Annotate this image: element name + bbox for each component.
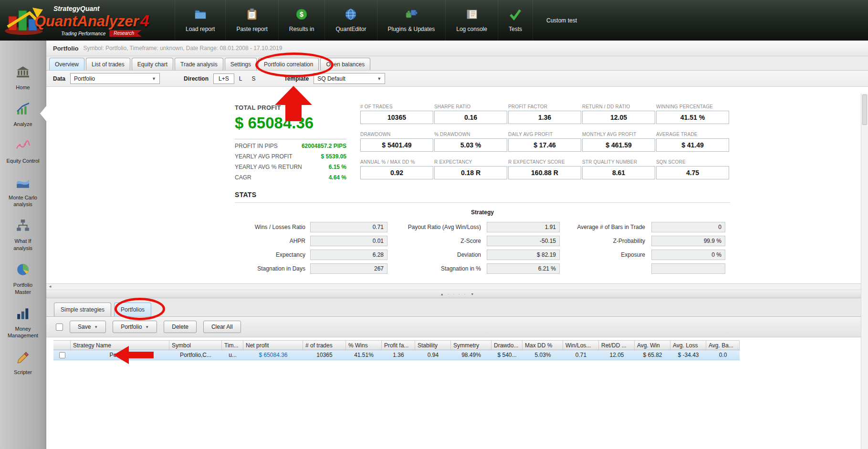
- direction-toggle: L+S L S: [213, 73, 260, 84]
- column-header-symmetry[interactable]: Symmetry: [451, 341, 492, 350]
- sidebar-item-home[interactable]: Home: [0, 60, 46, 96]
- tab-overview[interactable]: Overview: [49, 58, 84, 70]
- vertical-scrollbar[interactable]: [861, 94, 868, 449]
- column-header-avg-loss[interactable]: Avg. Loss: [670, 341, 706, 350]
- tab-portfolio-correlation[interactable]: Portfolio correlation: [258, 58, 319, 70]
- stat-box-sharpe-ratio: SHARPE RATIO0.16: [434, 104, 507, 124]
- strategies-panel: Simple strategies Portfolios Save ▼ Port…: [46, 298, 868, 449]
- stat-value: 0.92: [360, 166, 433, 179]
- quanteditor-button[interactable]: QuantEditor: [325, 0, 377, 41]
- stat-box-str-quality-number: STR QUALITY NUMBER8.61: [582, 159, 655, 179]
- stat-label: SHARPE RATIO: [434, 104, 507, 109]
- sidebar-item-label: Home: [16, 84, 30, 91]
- vertical-scrollbar-thumb[interactable]: [862, 94, 867, 125]
- stat-box-annual-max-dd: ANNUAL % / MAX DD %0.92: [360, 159, 433, 179]
- cell-timeframe: u...: [222, 350, 243, 360]
- selected-item-notch: [40, 106, 46, 121]
- stat-box-r-expectancy: R EXPECTANCY0.18 R: [434, 159, 507, 179]
- column-header-max-dd[interactable]: Max DD %: [523, 341, 563, 350]
- stat-ahpr-label: AHPR: [189, 238, 310, 244]
- stat-z-probability-value: 99.9 %: [651, 236, 725, 246]
- panel-splitter[interactable]: ▲ · · · · ▼: [46, 290, 868, 298]
- profit-row-value: $ 5539.05: [321, 153, 346, 160]
- column-header-timeframe[interactable]: Tim...: [222, 341, 243, 350]
- column-header-net-profit[interactable]: Net profit: [243, 341, 303, 350]
- column-header-drawdown[interactable]: Drawdo...: [492, 341, 523, 350]
- stat-box-daily-avg-profit: DAILY AVG PROFIT$ 17.46: [508, 132, 581, 152]
- template-dropdown[interactable]: SQ Default ▼: [314, 73, 385, 84]
- direction-ls-button[interactable]: L+S: [213, 73, 234, 84]
- cell-avg-bars: 0.0: [706, 350, 740, 360]
- stat-label: R EXPECTANCY SCORE: [508, 159, 581, 165]
- tab-simple-strategies[interactable]: Simple strategies: [54, 303, 111, 316]
- select-all-checkbox[interactable]: [56, 324, 63, 331]
- column-header-num-trades[interactable]: # of trades: [303, 341, 346, 350]
- sidebar-item-equity-control[interactable]: Equity Control: [0, 133, 46, 170]
- column-header-avg-bars[interactable]: Avg. Ba...: [706, 341, 740, 350]
- stat-ahpr-value: 0.01: [310, 236, 387, 246]
- log-console-button[interactable]: Log console: [446, 0, 498, 41]
- tab-list-of-trades[interactable]: List of trades: [86, 58, 130, 70]
- scroll-left-icon[interactable]: ◄: [46, 284, 54, 290]
- sidebar-item-analyze[interactable]: Analyze: [0, 96, 46, 133]
- cell-net-profit[interactable]: $ 65084.36: [243, 350, 303, 360]
- stats-row: Wins / Losses Ratio 0.71 Payout Ratio (A…: [189, 220, 725, 234]
- stat-wins-losses-ratio-label: Wins / Losses Ratio: [189, 224, 310, 230]
- save-button[interactable]: Save ▼: [70, 321, 106, 333]
- results-in-icon: $: [295, 8, 308, 22]
- template-dropdown-value: SQ Default: [317, 75, 345, 82]
- stat-label: DAILY AVG PROFIT: [508, 132, 581, 137]
- direction-l-button[interactable]: L: [234, 74, 247, 84]
- tab-trade-analysis[interactable]: Trade analysis: [175, 58, 223, 70]
- column-header-win-loss[interactable]: Win/Los...: [563, 341, 599, 350]
- load-report-button[interactable]: Load report: [175, 0, 226, 41]
- splitter-collapse-up-icon[interactable]: ▲: [440, 292, 444, 296]
- stats-row: Stagnation in Days 267 Stagnation in % 6…: [189, 261, 725, 275]
- sidebar-item-what-if[interactable]: What If analysis: [0, 213, 46, 257]
- horizontal-scrollbar[interactable]: ◄ ►: [46, 283, 868, 290]
- sidebar-item-portfolio-master[interactable]: Portfolio Master: [0, 257, 46, 301]
- delete-button[interactable]: Delete: [164, 321, 197, 333]
- row-checkbox[interactable]: [59, 352, 65, 358]
- direction-label: Direction: [184, 75, 209, 82]
- sidebar-item-label: Money Management: [6, 325, 40, 340]
- column-header-pct-wins[interactable]: % Wins: [346, 341, 382, 350]
- tests-button[interactable]: Tests: [498, 0, 533, 41]
- toolbar-label: Results in: [289, 26, 314, 32]
- toolbar-label: Log console: [456, 26, 487, 32]
- tab-open-balances[interactable]: Open balances: [320, 58, 370, 70]
- data-dropdown[interactable]: Portfolio ▼: [70, 73, 160, 84]
- cell-num-trades: 10365: [303, 350, 346, 360]
- column-header-stability[interactable]: Stability: [415, 341, 451, 350]
- direction-s-button[interactable]: S: [247, 74, 260, 84]
- results-in-button[interactable]: $ Results in: [279, 0, 325, 41]
- stat-value: 5.03 %: [434, 138, 507, 152]
- brand-product: QuantAnalyzer4: [34, 11, 149, 30]
- sidebar-item-scripter[interactable]: Scripter: [0, 345, 46, 381]
- panel-header: Portfolio Symbol: Portfolio, Timeframe: …: [46, 41, 868, 56]
- stat-box-drawdown: DRAWDOWN$ 5401.49: [360, 132, 433, 152]
- tab-settings[interactable]: Settings: [225, 58, 257, 70]
- plugins-updates-button[interactable]: Plugins & Updates: [377, 0, 446, 41]
- profit-row-label: YEARLY AVG PROFIT: [235, 153, 293, 160]
- table-row[interactable]: Portfolio Portfolio,C... u... $ 65084.36…: [53, 350, 740, 360]
- column-header-strategy-name[interactable]: Strategy Name: [71, 341, 169, 350]
- sidebar-item-money-management[interactable]: Money Management: [0, 301, 46, 345]
- paste-report-button[interactable]: Paste report: [226, 0, 278, 41]
- sidebar-item-monte-carlo[interactable]: Monte Carlo analysis: [0, 170, 46, 214]
- portfolio-button[interactable]: Portfolio ▼: [113, 321, 157, 333]
- custom-test-button[interactable]: Custom test: [533, 0, 590, 41]
- tab-equity-chart[interactable]: Equity chart: [132, 58, 173, 70]
- column-header-ret-dd[interactable]: Ret/DD ...: [599, 341, 635, 350]
- column-header-profit-factor[interactable]: Profit fa...: [382, 341, 415, 350]
- clear-all-button[interactable]: Clear All: [203, 321, 241, 333]
- column-header-symbol[interactable]: Symbol: [169, 341, 222, 350]
- stat-deviation-label: Deviation: [387, 251, 487, 258]
- stat-box-monthly-avg-profit: MONTHLY AVG PROFIT$ 461.59: [582, 132, 655, 152]
- cell-symbol: Portfolio,C...: [169, 350, 222, 360]
- splitter-collapse-down-icon[interactable]: ▼: [471, 292, 474, 296]
- page-subtitle: Symbol: Portfolio, Timeframe: unknown, D…: [83, 45, 282, 52]
- tab-portfolios[interactable]: Portfolios: [114, 303, 151, 316]
- column-header-avg-win[interactable]: Avg. Win: [635, 341, 670, 350]
- stat-expectancy-value: 6.28: [310, 250, 387, 260]
